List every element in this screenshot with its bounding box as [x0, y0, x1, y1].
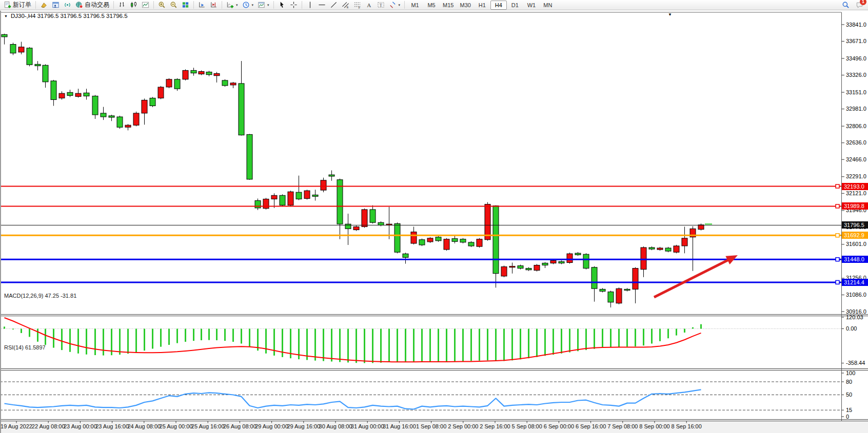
time-label: 2 Sep 00:00	[448, 423, 478, 429]
timeframe-w1[interactable]: W1	[523, 1, 540, 10]
hline-anchor[interactable]	[836, 280, 839, 284]
one-click-trading-arrow[interactable]: ▼	[4, 14, 8, 18]
candle-bullish	[304, 191, 310, 198]
timeframe-m15[interactable]: M15	[440, 1, 457, 10]
candle-bullish	[657, 248, 663, 250]
hline-anchor[interactable]	[836, 234, 839, 237]
indicators-button[interactable]: ▾	[224, 1, 240, 10]
candle-bullish	[550, 261, 556, 263]
candle-bearish	[84, 93, 89, 96]
vertical-line-button[interactable]	[304, 1, 316, 10]
crosshair-button[interactable]	[288, 1, 300, 10]
chart-shift-marker[interactable]: ▼	[668, 12, 672, 17]
macd-histogram-bar	[232, 329, 234, 342]
bar-chart-icon	[118, 1, 126, 9]
text-button[interactable]: A	[363, 1, 375, 10]
price-tick-label: 33671.0	[846, 38, 866, 44]
candle-bearish	[518, 266, 523, 269]
macd-histogram-bar	[429, 329, 431, 362]
templates-button[interactable]: ▾	[255, 1, 271, 10]
notification-badge: 1	[860, 0, 866, 5]
price-tick-label: 33151.0	[846, 89, 866, 95]
hline-anchor[interactable]	[836, 258, 839, 261]
timeframe-m5[interactable]: M5	[423, 1, 440, 10]
horizontal-line-button[interactable]	[316, 1, 328, 10]
rsi-scale-label: 80	[846, 379, 852, 385]
timeframe-mn[interactable]: MN	[540, 1, 556, 10]
hline-anchor[interactable]	[836, 184, 839, 188]
price-tick-label: 33326.0	[846, 72, 866, 78]
macd-histogram-bar	[86, 329, 87, 355]
trend-line-button[interactable]	[328, 1, 340, 10]
price-tick-label: 32806.0	[846, 123, 866, 129]
macd-histogram-bar	[462, 329, 464, 362]
candle-bearish	[191, 70, 196, 73]
candle-bullish	[567, 254, 573, 262]
timeframe-m1[interactable]: M1	[407, 1, 423, 10]
candle-bearish	[370, 210, 376, 222]
fibonacci-button[interactable]: F	[351, 1, 363, 10]
chart-title: ▼ DJ30-,H4 31796.5 31796.5 31796.5 31796…	[4, 13, 128, 19]
macd-signal-line	[5, 318, 701, 362]
bar-chart-button[interactable]	[116, 1, 128, 10]
macd-histogram-bar	[569, 329, 570, 353]
candlestick-chart-button[interactable]	[128, 1, 140, 10]
timeframe-d1[interactable]: D1	[507, 1, 523, 10]
line-chart-button[interactable]	[140, 1, 151, 10]
candle-bearish	[591, 267, 597, 289]
periods-button[interactable]: ▾	[240, 1, 256, 10]
time-label: 31 Aug 00:00	[351, 423, 384, 429]
candle-bearish	[649, 248, 655, 249]
macd-histogram-bar	[208, 329, 210, 340]
macd-histogram-bar	[241, 329, 242, 344]
macd-histogram-bar	[479, 329, 480, 361]
time-label: 2 Sep 16:00	[480, 423, 510, 429]
macd-histogram-bar	[528, 329, 529, 359]
window-left-frame	[0, 11, 1, 433]
tile-windows-button[interactable]	[180, 1, 191, 10]
cursor-button[interactable]	[276, 1, 288, 10]
timeframe-h1[interactable]: H1	[474, 1, 490, 10]
auto-trading-button[interactable]: 自动交易	[73, 1, 111, 10]
text-label-button[interactable]: T	[375, 1, 387, 10]
candle-bearish	[419, 240, 425, 245]
toolbar-separator	[193, 1, 194, 9]
macd-histogram-bar	[454, 329, 456, 362]
data-window-button[interactable]	[50, 1, 62, 10]
candle-bearish	[27, 48, 32, 65]
chat-button[interactable]: 1	[856, 1, 863, 10]
candle-bullish	[133, 113, 139, 125]
macd-histogram-bar	[405, 329, 406, 362]
svg-text:A: A	[367, 2, 371, 8]
search-button[interactable]	[840, 1, 852, 10]
timeframe-m30[interactable]: M30	[457, 1, 474, 10]
chart-shift-button[interactable]	[208, 1, 220, 10]
time-label: 30 Aug 08:00	[319, 423, 352, 429]
auto-scroll-button[interactable]	[196, 1, 208, 10]
macd-histogram-bar	[643, 329, 644, 346]
chart-title-text: DJ30-,H4 31796.5 31796.5 31796.5 31796.5	[11, 13, 128, 19]
price-badge-31796.5: 31796.5	[842, 221, 868, 229]
signals-button[interactable]	[62, 1, 73, 10]
timeframe-h4[interactable]: H4	[490, 1, 507, 10]
zoom-out-button[interactable]	[168, 1, 180, 10]
zoom-in-button[interactable]	[156, 1, 168, 10]
candle-bearish	[67, 92, 73, 95]
macd-histogram-bar	[594, 329, 595, 349]
macd-histogram-bar	[339, 329, 341, 362]
candle-bullish	[698, 225, 704, 230]
candle-bearish	[624, 289, 630, 290]
candle-bearish	[329, 175, 334, 176]
price-tick-label: 31601.0	[846, 241, 866, 247]
hline-anchor[interactable]	[836, 204, 839, 208]
chart-canvas[interactable]	[0, 0, 868, 433]
equidistant-channel-button[interactable]: E	[340, 1, 351, 10]
candle-bearish	[247, 134, 252, 179]
macd-histogram-bar	[536, 329, 538, 357]
candle-bullish	[616, 288, 622, 303]
price-tick-label: 32636.0	[846, 139, 866, 146]
new-order-button[interactable]: 新订单	[2, 1, 33, 10]
arrows-button[interactable]: ▾	[387, 1, 403, 10]
profiles-button[interactable]	[38, 1, 50, 10]
price-badge-31448.0: 31448.0	[842, 256, 868, 263]
